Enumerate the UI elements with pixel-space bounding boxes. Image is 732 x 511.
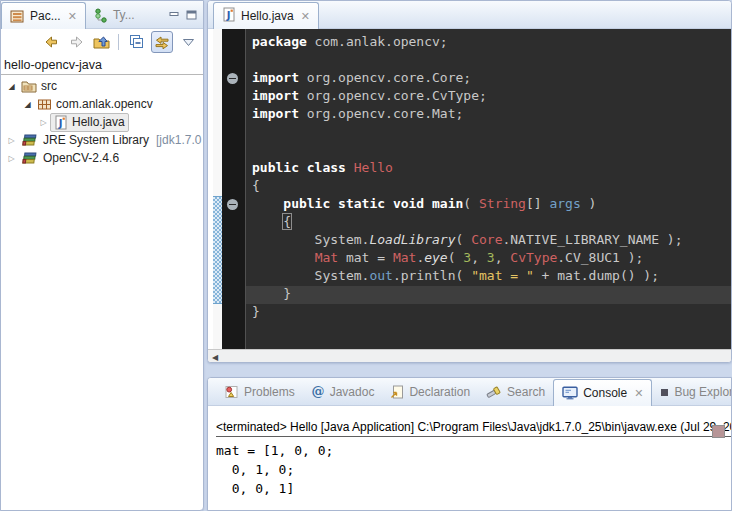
tree-item-opencv-2-4-6[interactable]: ▷OpenCV-2.4.6 [1,149,203,167]
close-icon[interactable]: ✕ [68,10,77,23]
console-output[interactable]: mat = [1, 0, 0; 0, 1, 0; 0, 0, 1] [216,441,731,498]
code-line[interactable] [246,142,731,160]
view-tab-label: Problems [244,385,295,399]
view-tab-label: Console [583,386,627,400]
editor-horizontal-scrollbar[interactable]: ◀ [208,349,731,363]
code-editor[interactable]: package com.anlak.opencv; import org.ope… [213,29,731,349]
editor-tab-hello-java[interactable]: J Hello.java ✕ [213,2,319,29]
selected-tree-item: JHello.java [50,113,129,132]
javadoc-icon: @ [311,385,325,399]
view-tab-problems[interactable]: Problems [216,379,303,405]
code-line-current[interactable]: } [246,286,731,304]
view-menu-icon [182,37,195,47]
view-menu-button[interactable] [178,32,198,52]
code-line[interactable] [246,52,731,70]
project-root-label[interactable]: hello-opencv-java [1,55,203,74]
view-tab-label: Search [507,385,545,399]
scroll-left-arrow-icon[interactable]: ◀ [208,353,218,362]
library-icon [21,134,39,147]
tree-item-content: src [18,78,60,95]
minimize-icon[interactable] [169,10,180,20]
toolbar-separator [118,34,119,50]
collapse-arrow-icon[interactable]: ◢ [5,82,18,91]
forward-arrow-button[interactable] [66,32,86,52]
left-view-tabbar: Pac...✕Ty... [1,1,203,29]
back-arrow-icon [43,34,60,50]
search-icon [486,385,502,399]
close-icon[interactable]: ✕ [301,10,310,23]
code-line[interactable]: { [246,178,731,196]
collapse-arrow-icon[interactable]: ◢ [21,100,34,109]
bug-icon [660,388,669,397]
view-tab-label: Declaration [409,385,470,399]
diff-annotation [213,196,222,304]
package-explorer-icon [10,9,25,24]
console-icon [562,386,578,400]
up-navigation-icon [93,34,110,50]
tree-item-jre-system-library[interactable]: ▷JRE System Library[jdk1.7.0 [1,131,203,149]
console-output-line: 0, 1, 0; [216,460,731,479]
view-tab-declaration[interactable]: Declaration [382,379,478,405]
editor-tab-label: Hello.java [241,9,294,23]
expand-arrow-icon[interactable]: ▷ [5,136,18,145]
tree-item-decorator: [jdk1.7.0 [156,133,201,147]
up-navigation-button[interactable] [91,32,111,52]
code-line[interactable]: public static void main( String[] args ) [246,196,731,214]
console-content[interactable]: <terminated> Hello [Java Application] C:… [208,420,731,511]
collapse-all-button[interactable] [126,32,146,52]
package-icon [37,98,52,111]
fold-collapse-icon[interactable] [227,199,238,210]
code-line[interactable]: import org.opencv.core.Core; [246,70,731,88]
code-line[interactable]: public class Hello [246,160,731,178]
tree-item-label: JRE System Library [43,133,149,147]
editor-area: J Hello.java ✕ package com.anlak.opencv;… [207,0,732,363]
svg-text:@: @ [311,385,324,399]
view-tab-label: Pac... [30,9,61,23]
code-line[interactable]: { [246,214,731,232]
view-tab-label: Ty... [113,8,135,22]
svg-text:J: J [58,117,63,128]
maximize-icon[interactable] [186,10,197,20]
expand-arrow-icon[interactable]: ▷ [5,154,18,163]
view-tab-console[interactable]: Console✕ [553,379,652,406]
project-tree: ◢src◢com.anlak.opencv▷JHello.java▷JRE Sy… [1,75,203,167]
java-file-icon: J [54,115,68,130]
view-tab-ty[interactable]: Ty... [86,2,143,28]
problems-icon [224,385,239,399]
java-file-icon: J [222,7,236,22]
code-line[interactable]: import org.opencv.core.CvType; [246,88,731,106]
view-tab-bug-explorer[interactable]: Bug Explorer [652,379,732,405]
view-tab-label: Javadoc [330,385,375,399]
collapse-all-icon [128,34,145,50]
tree-item-com-anlak-opencv[interactable]: ◢com.anlak.opencv [1,95,203,113]
package-folder-icon [21,79,37,93]
expand-arrow-icon[interactable]: ▷ [37,118,50,127]
code-line[interactable]: package com.anlak.opencv; [246,34,731,52]
folding-gutter [222,29,246,349]
annotation-ruler [213,29,222,349]
view-tab-javadoc[interactable]: @Javadoc [303,379,383,405]
tree-item-label: Hello.java [72,115,125,129]
library-icon [21,152,39,165]
package-explorer-toolbar [1,29,203,55]
code-line[interactable]: System.out.println( "mat = " + mat.dump(… [246,268,731,286]
link-with-editor-button[interactable] [151,31,173,53]
code-line[interactable]: import org.opencv.core.Mat; [246,106,731,124]
close-icon[interactable]: ✕ [634,387,643,400]
tree-item-src[interactable]: ◢src [1,77,203,95]
tree-item-content: JRE System Library[jdk1.7.0 [18,132,204,149]
console-process-title: <terminated> Hello [Java Application] C:… [216,420,731,437]
tree-item-hello-java[interactable]: ▷JHello.java [1,113,203,131]
code-area[interactable]: package com.anlak.opencv; import org.ope… [246,29,731,349]
terminate-button[interactable] [712,425,725,438]
code-line[interactable] [246,124,731,142]
fold-collapse-icon[interactable] [227,73,238,84]
view-tab-search[interactable]: Search [478,379,553,405]
code-line[interactable]: } [246,304,731,322]
back-arrow-button[interactable] [41,32,61,52]
view-tab-pac[interactable]: Pac...✕ [1,2,86,29]
view-window-buttons [169,10,203,28]
code-line[interactable]: System.LoadLibrary( Core.NATIVE_LIBRARY_… [246,232,731,250]
code-line[interactable]: Mat mat = Mat.eye( 3, 3, CvType.CV_8UC1 … [246,250,731,268]
declaration-icon [390,385,404,399]
